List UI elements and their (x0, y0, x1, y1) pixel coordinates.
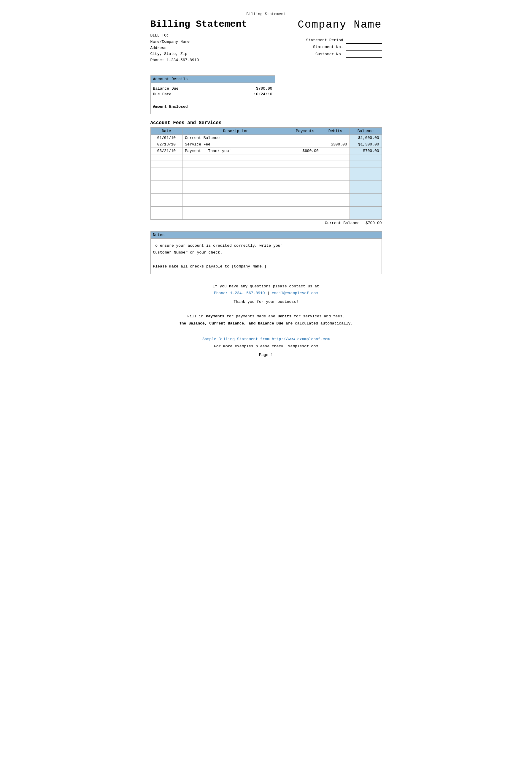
cell-desc-5 (183, 167, 289, 174)
cell-payments-0 (289, 134, 321, 141)
cell-balance-7 (349, 180, 381, 187)
cell-desc-9 (183, 193, 289, 200)
table-row: 02/13/10 Service Fee $300.00 $1,300.00 (151, 141, 381, 148)
cell-date-9 (151, 193, 183, 200)
cell-desc-11 (183, 206, 289, 213)
bill-to-section: BILL TO: Name/Company Name Address City,… (151, 33, 266, 64)
cell-desc-12 (183, 213, 289, 219)
statement-period-label: Statement Period (306, 37, 343, 44)
cell-balance-0: $1,000.00 (349, 134, 381, 141)
cell-payments-8 (289, 187, 321, 193)
sample-link-section: Sample Billing Statement from http://www… (151, 336, 382, 350)
cell-date-7 (151, 180, 183, 187)
cell-date-4 (151, 161, 183, 167)
fees-title: Account Fees and Services (151, 120, 382, 125)
cell-desc-3 (183, 154, 289, 161)
notes-line1: To ensure your account is credited corre… (153, 242, 379, 249)
instructions-line1: Fill in Payments for payments made and D… (151, 313, 382, 320)
fees-section: Account Fees and Services Date Descripti… (151, 120, 382, 225)
cell-date-2: 03/21/10 (151, 148, 183, 154)
col-payments: Payments (289, 127, 321, 134)
table-row: 01/01/10 Current Balance $1,000.00 (151, 134, 381, 141)
cell-desc-0: Current Balance (183, 134, 289, 141)
cell-debits-4 (321, 161, 349, 167)
cell-debits-0 (321, 134, 349, 141)
cell-payments-7 (289, 180, 321, 187)
bill-to-phone: Phone: 1-234-567-8910 (151, 57, 266, 64)
notes-line4: Please make all checks payable to [Compa… (153, 263, 379, 270)
cell-balance-9 (349, 193, 381, 200)
table-row (151, 174, 381, 180)
cell-date-5 (151, 167, 183, 174)
fees-table: Date Description Payments Debits Balance… (151, 127, 382, 220)
cell-debits-9 (321, 193, 349, 200)
cell-debits-8 (321, 187, 349, 193)
cell-payments-6 (289, 174, 321, 180)
cell-debits-5 (321, 167, 349, 174)
current-balance-label: Current Balance (325, 221, 360, 225)
cell-balance-2: $700.00 (349, 148, 381, 154)
cell-debits-6 (321, 174, 349, 180)
contact-line1: If you have any questions please contact… (151, 283, 382, 290)
table-row (151, 206, 381, 213)
contact-section: If you have any questions please contact… (151, 283, 382, 297)
sample-link-text[interactable]: Sample Billing Statement from http://www… (151, 336, 382, 343)
account-details-header: Account Details (151, 76, 275, 83)
cell-desc-8 (183, 187, 289, 193)
customer-number-field[interactable] (346, 51, 382, 58)
page-number: Page 1 (151, 353, 382, 357)
instructions: Fill in Payments for payments made and D… (151, 313, 382, 327)
col-balance: Balance (349, 127, 381, 134)
cell-debits-11 (321, 206, 349, 213)
col-date: Date (151, 127, 183, 134)
cell-payments-11 (289, 206, 321, 213)
table-row: 03/21/10 Payment – Thank you! $600.00 $7… (151, 148, 381, 154)
statement-number-label: Statement No. (313, 44, 343, 50)
due-date-value: 10/24/10 (254, 92, 272, 96)
account-details-box: Account Details Balance Due $700.00 Due … (151, 75, 275, 114)
cell-balance-6 (349, 174, 381, 180)
instructions-line2: The Balance, Current Balance, and Balanc… (151, 320, 382, 327)
cell-date-10 (151, 200, 183, 206)
due-date-label: Due Date (153, 92, 171, 96)
current-balance-row: Current Balance $700.00 (151, 221, 382, 225)
thank-you: Thank you for your business! (151, 300, 382, 304)
notes-line2: Customer Number on your check. (153, 249, 379, 256)
cell-balance-5 (349, 167, 381, 174)
cell-payments-2: $600.00 (289, 148, 321, 154)
cell-payments-9 (289, 193, 321, 200)
cell-payments-1 (289, 141, 321, 148)
table-row (151, 200, 381, 206)
amount-enclosed-field[interactable] (191, 103, 235, 111)
current-balance-value: $700.00 (366, 221, 382, 225)
cell-payments-3 (289, 154, 321, 161)
cell-balance-11 (349, 206, 381, 213)
balance-due-label: Balance Due (153, 86, 179, 91)
cell-date-8 (151, 187, 183, 193)
col-description: Description (183, 127, 289, 134)
notes-box: Notes To ensure your account is credited… (151, 231, 382, 274)
cell-balance-4 (349, 161, 381, 167)
cell-desc-1: Service Fee (183, 141, 289, 148)
cell-desc-7 (183, 180, 289, 187)
table-row (151, 180, 381, 187)
cell-debits-10 (321, 200, 349, 206)
cell-date-12 (151, 213, 183, 219)
table-row (151, 161, 381, 167)
notes-body: To ensure your account is credited corre… (151, 239, 381, 274)
table-row (151, 154, 381, 161)
statement-period-field[interactable] (346, 37, 382, 44)
cell-date-6 (151, 174, 183, 180)
amount-enclosed-row: Amount Enclosed (153, 100, 272, 111)
col-debits: Debits (321, 127, 349, 134)
bill-to-label: BILL TO: (151, 33, 266, 39)
sample-sub-text: For more examples please check Exampleso… (151, 343, 382, 350)
cell-balance-3 (349, 154, 381, 161)
cell-desc-2: Payment – Thank you! (183, 148, 289, 154)
bill-to-name: Name/Company Name (151, 39, 266, 45)
contact-phone[interactable]: Phone: 1-234- 567-8910 (214, 291, 265, 295)
cell-payments-5 (289, 167, 321, 174)
contact-email[interactable]: email@examplesof.com (272, 291, 318, 295)
table-row (151, 187, 381, 193)
statement-number-field[interactable] (346, 44, 382, 50)
